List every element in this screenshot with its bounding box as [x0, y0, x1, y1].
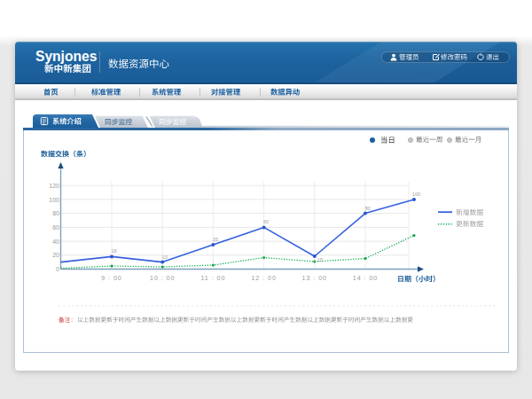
- svg-text:9 : 00: 9 : 00: [101, 275, 122, 281]
- svg-text:20: 20: [52, 252, 59, 258]
- svg-text:12 : 00: 12 : 00: [251, 275, 276, 281]
- svg-text:80: 80: [52, 210, 59, 216]
- svg-text:18: 18: [111, 248, 116, 254]
- svg-text:10: 10: [162, 254, 168, 260]
- svg-text:14 : 00: 14 : 00: [353, 275, 378, 281]
- svg-text:40: 40: [52, 239, 59, 245]
- svg-text:11 : 00: 11 : 00: [200, 275, 225, 281]
- svg-text:60: 60: [263, 219, 269, 224]
- svg-text:80: 80: [364, 206, 370, 211]
- svg-text:10 : 00: 10 : 00: [150, 275, 175, 281]
- svg-text:100: 100: [49, 197, 59, 203]
- svg-text:15: 15: [317, 257, 323, 262]
- svg-text:35: 35: [213, 237, 218, 242]
- svg-text:0: 0: [56, 266, 59, 272]
- svg-text:13 : 00: 13 : 00: [302, 275, 327, 281]
- svg-text:120: 120: [49, 183, 59, 189]
- svg-text:100: 100: [412, 192, 420, 197]
- svg-text:60: 60: [52, 224, 59, 231]
